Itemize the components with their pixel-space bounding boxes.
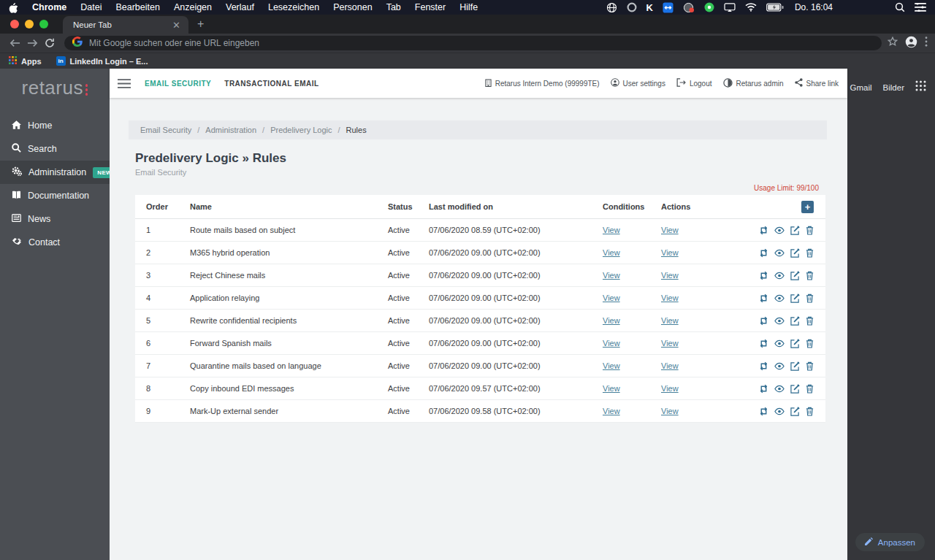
- conditions-view-link[interactable]: View: [603, 294, 620, 302]
- view-eye-icon[interactable]: [774, 272, 785, 280]
- edit-icon[interactable]: [790, 407, 800, 416]
- admin-toggle[interactable]: Retarus admin: [723, 78, 784, 89]
- control-center-icon[interactable]: [915, 3, 926, 12]
- menu-item-fenster[interactable]: Fenster: [415, 2, 446, 12]
- customize-button[interactable]: Anpassen: [855, 533, 925, 551]
- menu-item-anzeigen[interactable]: Anzeigen: [174, 2, 212, 12]
- images-link[interactable]: Bilder: [883, 83, 904, 92]
- bookmark-linkedin[interactable]: in LinkedIn Login – E...: [56, 56, 148, 66]
- battery-status-icon[interactable]: [766, 3, 784, 12]
- view-eye-icon[interactable]: [774, 249, 785, 257]
- conditions-view-link[interactable]: View: [603, 226, 620, 234]
- fullscreen-window-button[interactable]: [39, 20, 48, 28]
- reorder-icon[interactable]: [759, 294, 768, 303]
- reorder-icon[interactable]: [759, 316, 768, 326]
- edit-icon[interactable]: [790, 339, 800, 348]
- green-app-status-icon[interactable]: [704, 2, 714, 12]
- conditions-view-link[interactable]: View: [603, 384, 620, 393]
- apple-logo-icon[interactable]: [9, 2, 18, 13]
- user-settings-button[interactable]: User settings: [611, 78, 665, 88]
- breadcrumb-email-security[interactable]: Email Security: [140, 126, 191, 134]
- k-cursor-status-icon[interactable]: K: [646, 2, 653, 13]
- reorder-icon[interactable]: [759, 248, 768, 258]
- delete-icon[interactable]: [806, 407, 814, 416]
- delete-icon[interactable]: [806, 339, 814, 348]
- menu-item-personen[interactable]: Personen: [333, 2, 373, 12]
- globe-status-icon[interactable]: [606, 2, 617, 13]
- delete-icon[interactable]: [806, 294, 814, 303]
- menu-item-tab[interactable]: Tab: [386, 2, 401, 12]
- delete-icon[interactable]: [806, 248, 814, 258]
- menu-item-bearbeiten[interactable]: Bearbeiten: [115, 2, 159, 12]
- view-eye-icon[interactable]: [774, 226, 785, 234]
- actions-view-link[interactable]: View: [661, 407, 679, 415]
- actions-view-link[interactable]: View: [661, 384, 679, 393]
- forward-icon[interactable]: [23, 35, 41, 51]
- delete-icon[interactable]: [806, 361, 814, 371]
- url-bar[interactable]: Mit Google suchen oder eine URL eingeben: [64, 36, 882, 50]
- screen-mirroring-icon[interactable]: [724, 3, 736, 12]
- bookmark-apps[interactable]: Apps: [9, 56, 42, 66]
- sidebar-item-documentation[interactable]: Documentation: [0, 184, 110, 207]
- menu-item-hilfe[interactable]: Hilfe: [459, 2, 478, 12]
- profile-avatar-icon[interactable]: [905, 36, 917, 51]
- menu-item-chrome[interactable]: Chrome: [32, 2, 66, 12]
- spotlight-search-icon[interactable]: [895, 2, 905, 12]
- teamviewer-status-icon[interactable]: [663, 2, 673, 13]
- edit-icon[interactable]: [790, 294, 800, 303]
- conditions-view-link[interactable]: View: [603, 271, 620, 280]
- conditions-view-link[interactable]: View: [603, 316, 620, 325]
- tab-close-icon[interactable]: ✕: [170, 20, 183, 31]
- view-eye-icon[interactable]: [774, 340, 785, 348]
- view-eye-icon[interactable]: [774, 407, 785, 415]
- edit-icon[interactable]: [790, 271, 800, 280]
- edit-icon[interactable]: [790, 316, 800, 326]
- logout-button[interactable]: Logout: [676, 78, 712, 88]
- reload-icon[interactable]: [41, 35, 58, 51]
- conditions-view-link[interactable]: View: [603, 248, 620, 257]
- view-eye-icon[interactable]: [774, 362, 785, 370]
- reorder-icon[interactable]: [759, 361, 768, 371]
- sidebar-item-news[interactable]: News: [0, 207, 110, 231]
- edit-icon[interactable]: [790, 361, 800, 371]
- gmail-link[interactable]: Gmail: [850, 83, 872, 92]
- close-window-button[interactable]: [10, 20, 19, 28]
- minimize-window-button[interactable]: [25, 20, 34, 28]
- reorder-icon[interactable]: [759, 407, 768, 416]
- new-tab-button[interactable]: +: [197, 18, 204, 30]
- actions-view-link[interactable]: View: [661, 226, 679, 234]
- breadcrumb-predelivery-logic[interactable]: Predelivery Logic: [270, 126, 332, 134]
- breadcrumb-administration[interactable]: Administration: [205, 126, 256, 134]
- menu-item-verlauf[interactable]: Verlauf: [226, 2, 254, 12]
- google-apps-grid-icon[interactable]: [915, 80, 926, 94]
- conditions-view-link[interactable]: View: [603, 339, 620, 348]
- menubar-clock[interactable]: Do. 16:04: [795, 2, 833, 12]
- recorder-status-icon[interactable]: [683, 2, 695, 13]
- share-link-button[interactable]: Share link: [795, 78, 839, 88]
- reorder-icon[interactable]: [759, 271, 768, 280]
- sidebar-item-contact[interactable]: Contact: [0, 231, 110, 254]
- actions-view-link[interactable]: View: [661, 248, 679, 257]
- reorder-icon[interactable]: [759, 384, 768, 394]
- wifi-status-icon[interactable]: [745, 3, 757, 12]
- delete-icon[interactable]: [806, 226, 814, 235]
- sidebar-item-search[interactable]: Search: [0, 137, 110, 161]
- account-selector[interactable]: Retarus Intern Demo (99999TE): [485, 79, 600, 88]
- view-eye-icon[interactable]: [774, 317, 785, 325]
- actions-view-link[interactable]: View: [661, 294, 679, 302]
- actions-view-link[interactable]: View: [661, 271, 679, 280]
- browser-menu-icon[interactable]: [925, 37, 928, 50]
- actions-view-link[interactable]: View: [661, 316, 679, 325]
- delete-icon[interactable]: [806, 384, 814, 394]
- edit-icon[interactable]: [790, 226, 800, 235]
- edit-icon[interactable]: [790, 384, 800, 394]
- delete-icon[interactable]: [806, 271, 814, 280]
- view-eye-icon[interactable]: [774, 385, 785, 393]
- browser-tab[interactable]: Neuer Tab ✕: [63, 16, 188, 34]
- add-rule-button[interactable]: +: [801, 201, 814, 213]
- ring-status-icon[interactable]: [627, 2, 637, 12]
- delete-icon[interactable]: [806, 316, 814, 326]
- conditions-view-link[interactable]: View: [603, 407, 620, 415]
- reorder-icon[interactable]: [759, 226, 768, 235]
- bookmark-star-icon[interactable]: [888, 37, 898, 50]
